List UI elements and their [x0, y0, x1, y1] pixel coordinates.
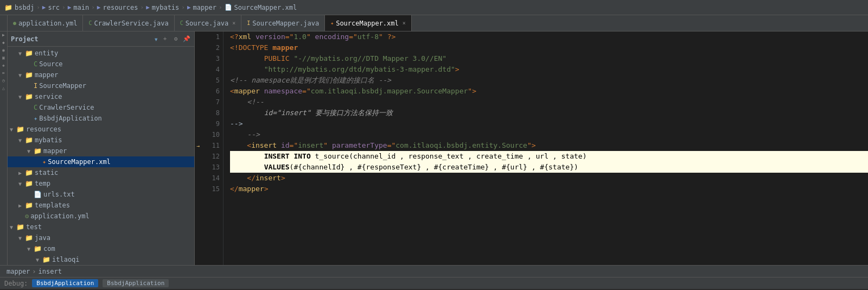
mapper-icon: I [247, 20, 250, 26]
tab-source-java[interactable]: C Source.java × [175, 15, 242, 31]
tab-bar: ● application.yml C CrawlerService.java … [0, 15, 868, 31]
close-source-java[interactable]: × [232, 20, 235, 26]
tree-templates-folder[interactable]: ▶ 📁 templates [8, 200, 194, 211]
tree-bsbdj-app[interactable]: ✦ BsbdjApplication [8, 113, 194, 124]
ln-4: 4 [195, 64, 223, 75]
tree-itlaoqi-folder[interactable]: ▼ 📁 itlaoqi [8, 254, 194, 265]
tab-application-yml[interactable]: ● application.yml [8, 15, 83, 31]
breadcrumb-main[interactable]: main [73, 4, 89, 11]
java-icon-crawler: C [88, 20, 92, 26]
tree-crawlerservice[interactable]: C CrawlerService [8, 102, 194, 113]
folder-icon-mybatis: 📁 [25, 136, 33, 144]
add-file-btn[interactable]: + [161, 35, 169, 43]
tab-source-mapper-java[interactable]: I SourceMapper.java [241, 15, 325, 31]
ln-7: 7 [195, 97, 223, 108]
java-icon-source: C [34, 60, 37, 68]
tree-static-folder[interactable]: ▶ 📁 static [8, 167, 194, 178]
tree-source-java[interactable]: C Source [8, 59, 194, 70]
breadcrumb-bar: 📁 bsbdj › ▶ src › ▶ main › ▶ resources ›… [0, 0, 868, 15]
tree-entity-folder[interactable]: ▼ 📁 entity [8, 48, 194, 59]
breadcrumb-src[interactable]: src [48, 4, 60, 11]
breadcrumb-mybatis[interactable]: mybatis [152, 4, 180, 11]
code-line-5: <!-- namespace就是例才我们创建的接口名 --> [230, 75, 868, 86]
application-yml-label: application.yml [30, 212, 89, 220]
tree-com-folder[interactable]: ▼ 📁 com [8, 243, 194, 254]
folder-icon-mapper: 📁 [25, 71, 33, 79]
code-line-1: <?xml version="1.0" encoding="utf-8" ?> [230, 31, 868, 42]
folder-icon-mapper-sub: 📁 [34, 147, 42, 155]
project-title: Project [11, 35, 152, 43]
bottom-insert: insert [39, 268, 62, 275]
urls-label: urls.txt [43, 191, 75, 198]
breadcrumb-sourcemapper-xml[interactable]: SourceMapper.xml [234, 4, 297, 11]
project-tree: ▼ 📁 entity C Source ▼ 📁 mapper I SourceM… [8, 47, 194, 265]
yml-icon-app: ⚙ [25, 212, 29, 220]
folder-icon-static: 📁 [25, 169, 33, 176]
tree-urls-txt[interactable]: 📄 urls.txt [8, 189, 194, 200]
itlaoqi-label: itlaoqi [52, 256, 80, 263]
code-line-11: INSERT INTO t_source(channel_id , respon… [230, 151, 868, 162]
tree-sourcemapper-xml[interactable]: ✦ SourceMapper.xml [8, 156, 194, 167]
yml-icon: ● [13, 20, 16, 26]
gear-btn[interactable]: ⚙ [171, 35, 180, 43]
bsbdj-app-label: BsbdjApplication [39, 115, 102, 122]
ln-10: 10 [195, 129, 223, 140]
service-label: service [35, 93, 62, 100]
ln-11: →11 [195, 140, 223, 151]
code-line-15 [230, 194, 868, 205]
code-line-12: VALUES(#{channelId} , #{responseText} , … [230, 162, 868, 173]
v-tab-1: ▶ [2, 31, 5, 39]
mapper-folder-label: mapper [35, 71, 58, 79]
bottom-arrow: › [32, 268, 36, 275]
tree-service-folder[interactable]: ▼ 📁 service [8, 91, 194, 102]
code-editor[interactable]: 1 2 3 4 5 6 7 8 9 10 →11 12 13 14 15 [195, 31, 868, 265]
tree-test-folder[interactable]: ▼ 📁 test [8, 222, 194, 232]
tree-resources-folder[interactable]: ▼ 📁 resources [8, 124, 194, 135]
code-line-4: "http://mybatis.org/dtd/mybatis-3-mapper… [230, 64, 868, 75]
v-tab-2: ◆ [2, 39, 5, 46]
folder-icon-temp: 📁 [25, 180, 33, 187]
close-source-mapper-xml[interactable]: × [403, 20, 406, 26]
code-content: 1 2 3 4 5 6 7 8 9 10 →11 12 13 14 15 [195, 31, 868, 265]
project-toolbar: Project ▾ + ⚙ 📌 [8, 31, 194, 47]
breadcrumb-mapper[interactable]: mapper [193, 4, 216, 11]
ln-2: 2 [195, 42, 223, 53]
tree-temp-folder[interactable]: ▼ 📁 temp [8, 178, 194, 189]
tree-mybatis-folder[interactable]: ▼ 📁 mybatis [8, 135, 194, 146]
debug-bar: Debug: BsbdjApplication BsbdjApplication [0, 277, 868, 289]
code-line-9: --> [230, 129, 868, 140]
breadcrumb-bsbdj[interactable]: bsbdj [15, 4, 34, 11]
tree-application-yml[interactable]: ⚙ application.yml [8, 211, 194, 222]
static-label: static [35, 169, 58, 176]
main-content: ▶ ◆ ◉ ▣ ◈ ≡ ◷ △ Project ▾ + ⚙ 📌 ▼ 📁 enti… [0, 31, 868, 265]
tree-mapper-folder[interactable]: ▼ 📁 mapper [8, 70, 194, 80]
mybatis-label: mybatis [35, 136, 62, 144]
com-label: com [43, 245, 55, 253]
debug-tab-1[interactable]: BsbdjApplication [32, 279, 98, 287]
debug-label: Debug: [4, 280, 28, 287]
tree-mapper-sub-folder[interactable]: ▼ 📁 mapper [8, 146, 194, 156]
v-tab-5: ◈ [2, 62, 5, 69]
mapper-icon-sourcemapper: I [34, 82, 37, 90]
code-lines[interactable]: <?xml version="1.0" encoding="utf-8" ?> … [223, 31, 868, 265]
tree-java-folder[interactable]: ▼ 📁 java [8, 232, 194, 243]
folder-icon-itlaoqi: 📁 [42, 256, 50, 263]
resources-label: resources [26, 125, 61, 133]
code-line-13: </insert> [230, 173, 868, 184]
pin-btn[interactable]: 📌 [182, 35, 191, 43]
tab-crawler-service[interactable]: C CrawlerService.java [83, 15, 174, 31]
tab-source-mapper-xml[interactable]: ✦ SourceMapper.xml × [325, 15, 412, 31]
breadcrumb-resources[interactable]: resources [103, 4, 138, 11]
code-line-14: </mapper> [230, 184, 868, 194]
sourcemapper-xml-label: SourceMapper.xml [48, 158, 111, 166]
tree-sourcemapper-java[interactable]: I SourceMapper [8, 80, 194, 91]
project-dropdown-arrow[interactable]: ▾ [154, 35, 158, 43]
debug-tab-2[interactable]: BsbdjApplication [103, 279, 169, 287]
code-line-7: <!-- [230, 97, 868, 108]
breadcrumb-project-icon: 📁 [4, 4, 12, 11]
ln-1: 1 [195, 31, 223, 42]
code-line-2: <!DOCTYPE mapper [230, 42, 868, 53]
folder-icon-com: 📁 [34, 245, 42, 253]
java-label: java [35, 234, 50, 242]
templates-label: templates [35, 201, 70, 209]
